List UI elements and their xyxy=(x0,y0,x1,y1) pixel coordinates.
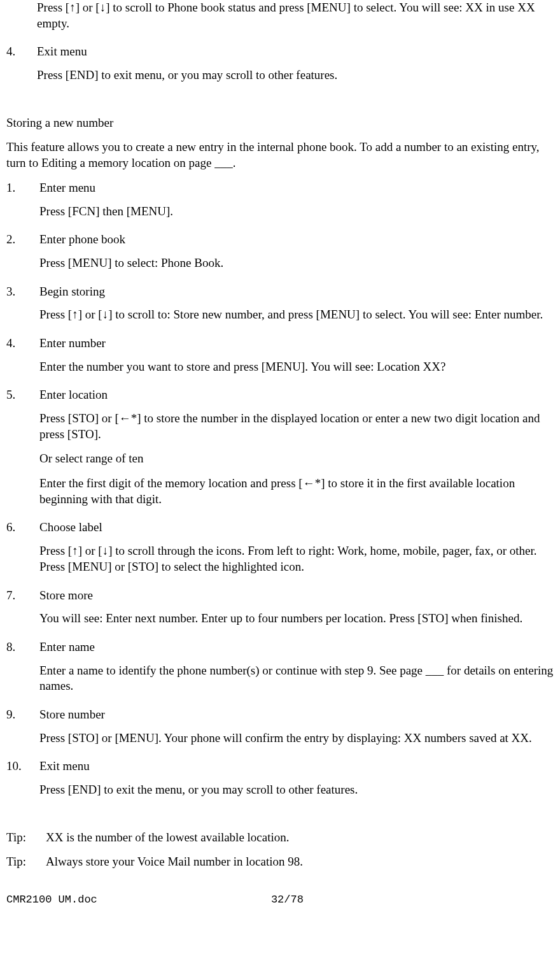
step-title: Enter location xyxy=(39,387,556,403)
footer-filename: CMR2100 UM.doc xyxy=(6,893,97,907)
step-number: 10. xyxy=(4,759,39,806)
step-title: Store more xyxy=(39,588,556,604)
step-body-text: Press [FCN] then [MENU]. xyxy=(39,204,556,220)
step-8: 8. Enter name Enter a name to identify t… xyxy=(4,639,556,703)
step-title: Enter number xyxy=(39,336,556,352)
step-title: Begin storing xyxy=(39,284,556,300)
page-footer: CMR2100 UM.doc 32/78 xyxy=(4,893,556,907)
step-body-text: Or select range of ten xyxy=(39,451,556,467)
step-10: 10. Exit menu Press [END] to exit the me… xyxy=(4,759,556,806)
step-title: Enter menu xyxy=(39,180,556,196)
step-body-text: Press [MENU] to select: Phone Book. xyxy=(39,255,556,271)
tip-label: Tip: xyxy=(6,830,46,846)
step-title: Enter name xyxy=(39,639,556,655)
step-body-text: Press [↑] or [↓] to scroll to: Store new… xyxy=(39,307,556,323)
section-heading: Storing a new number xyxy=(4,115,556,131)
step-5: 5. Enter location Press [STO] or [←*] to… xyxy=(4,387,556,516)
step-1: 1. Enter menu Press [FCN] then [MENU]. xyxy=(4,180,556,228)
step-4: 4. Enter number Enter the number you wan… xyxy=(4,336,556,383)
step-number: 5. xyxy=(4,387,39,516)
step-body-text: Press [END] to exit the menu, or you may… xyxy=(39,782,556,798)
step-number: 4. xyxy=(4,336,39,383)
step-number: 8. xyxy=(4,639,39,703)
step-body-text: Press [STO] or [MENU]. Your phone will c… xyxy=(39,731,556,746)
step-title: Store number xyxy=(39,707,556,723)
tip-text: Always store your Voice Mail number in l… xyxy=(46,854,303,870)
tip-text: XX is the number of the lowest available… xyxy=(46,830,290,846)
step-body-text: Press [↑] or [↓] to scroll through the i… xyxy=(39,543,556,574)
step-body-text: Enter a name to identify the phone numbe… xyxy=(39,663,556,694)
footer-page-number: 32/78 xyxy=(271,893,304,907)
step-number: 2. xyxy=(4,232,39,280)
step-body-text: Enter the first digit of the memory loca… xyxy=(39,476,556,507)
section-intro: This feature allows you to create a new … xyxy=(4,139,556,171)
tip-1: Tip: XX is the number of the lowest avai… xyxy=(4,830,556,846)
step-9: 9. Store number Press [STO] or [MENU]. Y… xyxy=(4,707,556,755)
step-number: 3. xyxy=(4,284,39,332)
step-6: 6. Choose label Press [↑] or [↓] to scro… xyxy=(4,520,556,583)
step-body-text: Enter the number you want to store and p… xyxy=(39,359,556,375)
step-number: 7. xyxy=(4,588,39,636)
tip-label: Tip: xyxy=(6,854,46,870)
prev-step-body: Press [↑] or [↓] to scroll to Phone book… xyxy=(4,0,556,40)
step-body-text: Press [↑] or [↓] to scroll to Phone book… xyxy=(37,0,556,31)
step-7: 7. Store more You will see: Enter next n… xyxy=(4,588,556,636)
step-2: 2. Enter phone book Press [MENU] to sele… xyxy=(4,232,556,280)
step-3: 3. Begin storing Press [↑] or [↓] to scr… xyxy=(4,284,556,332)
step-title: Enter phone book xyxy=(39,232,556,248)
step-4-top: 4. Exit menu Press [END] to exit menu, o… xyxy=(4,44,556,92)
step-number: 9. xyxy=(4,707,39,755)
step-number: 1. xyxy=(4,180,39,228)
step-title: Choose label xyxy=(39,520,556,536)
step-number: 6. xyxy=(4,520,39,583)
step-body-text: Press [STO] or [←*] to store the number … xyxy=(39,411,556,442)
step-number: 4. xyxy=(4,44,37,92)
step-number xyxy=(4,0,37,40)
step-body-text: You will see: Enter next number. Enter u… xyxy=(39,611,556,627)
step-body-text: Press [END] to exit menu, or you may scr… xyxy=(37,68,556,83)
step-title: Exit menu xyxy=(39,759,556,774)
step-title: Exit menu xyxy=(37,44,556,60)
tip-2: Tip: Always store your Voice Mail number… xyxy=(4,854,556,870)
